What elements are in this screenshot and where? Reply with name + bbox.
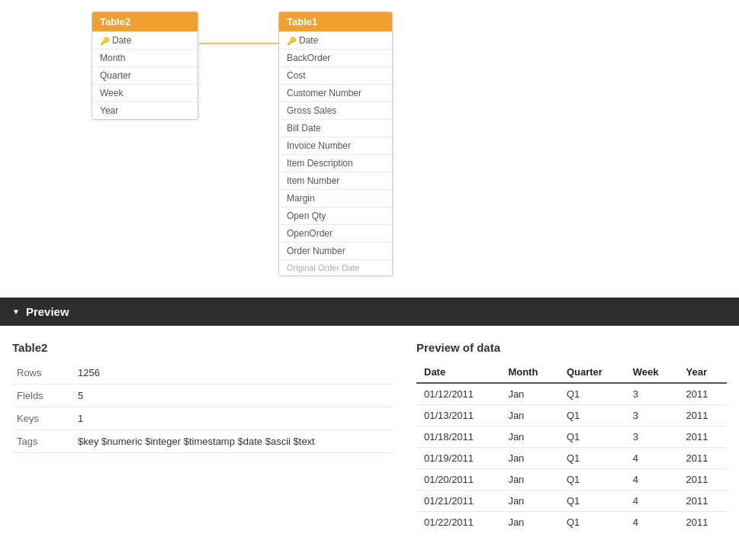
rows-label: Rows [12, 362, 73, 385]
meta-panel: Table2 Rows 1256 Fields 5 Keys 1 Tags $k… [12, 341, 394, 533]
table-cell: 01/12/2011 [416, 383, 500, 405]
data-preview-title: Preview of data [416, 341, 727, 354]
table-cell: Q1 [559, 383, 625, 405]
table-cell: 01/20/2011 [416, 469, 500, 491]
table1: Table1 🔑 Date BackOrder Cost Customer Nu… [278, 11, 393, 276]
data-table: Date Month Quarter Week Year 01/12/2011J… [416, 362, 727, 533]
table-cell: 3 [625, 405, 679, 426]
meta-table: Rows 1256 Fields 5 Keys 1 Tags $key $num… [12, 362, 394, 453]
table-cell: Jan [500, 512, 559, 533]
table1-row-item-number[interactable]: Item Number [279, 172, 392, 189]
table-cell: Jan [500, 491, 559, 512]
table1-row-invoice-number[interactable]: Invoice Number [279, 137, 392, 154]
table-cell: 4 [625, 512, 679, 533]
table-row: 01/20/2011JanQ142011 [416, 469, 727, 491]
triangle-icon: ▼ [12, 307, 20, 316]
preview-body: Table2 Rows 1256 Fields 5 Keys 1 Tags $k… [0, 326, 739, 548]
table-cell: 01/13/2011 [416, 405, 500, 426]
table1-header: Table1 [279, 12, 392, 31]
table-cell: 2011 [678, 448, 727, 469]
data-table-body: 01/12/2011JanQ13201101/13/2011JanQ132011… [416, 383, 727, 533]
table-cell: 2011 [678, 426, 727, 448]
meta-row-tags: Tags $key $numeric $integer $timestamp $… [12, 430, 394, 453]
table1-row-customer-number[interactable]: Customer Number [279, 84, 392, 101]
table-cell: 2011 [678, 512, 727, 533]
keys-label: Keys [12, 407, 73, 430]
table-cell: Q1 [559, 405, 625, 426]
table2-row-quarter[interactable]: Quarter [92, 66, 198, 84]
table1-row-margin[interactable]: Margin [279, 189, 392, 207]
table-cell: 3 [625, 426, 679, 448]
diagram-area: Table2 🔑 Date Month Quarter Week Year Ta… [0, 0, 739, 298]
table-cell: Jan [500, 383, 559, 405]
meta-row-fields: Fields 5 [12, 385, 394, 407]
table-cell: 2011 [678, 383, 727, 405]
rows-value: 1256 [73, 362, 394, 385]
table-cell: 01/18/2011 [416, 426, 500, 448]
table-cell: Q1 [559, 448, 625, 469]
table-cell: Q1 [559, 491, 625, 512]
table1-row-open-qty[interactable]: Open Qty [279, 207, 392, 224]
table-row: 01/21/2011JanQ142011 [416, 491, 727, 512]
table-cell: 2011 [678, 491, 727, 512]
table1-row-openorder[interactable]: OpenOrder [279, 224, 392, 242]
tags-label: Tags [12, 430, 73, 453]
tags-value: $key $numeric $integer $timestamp $date … [73, 430, 394, 453]
table-cell: Jan [500, 469, 559, 491]
table1-row-backorder[interactable]: BackOrder [279, 49, 392, 66]
table1-row-gross-sales[interactable]: Gross Sales [279, 101, 392, 119]
meta-row-keys: Keys 1 [12, 407, 394, 430]
table2-row-week[interactable]: Week [92, 84, 198, 101]
table-row: 01/18/2011JanQ132011 [416, 426, 727, 448]
meta-row-rows: Rows 1256 [12, 362, 394, 385]
table-row: 01/12/2011JanQ132011 [416, 383, 727, 405]
preview-label: Preview [26, 305, 69, 318]
table-cell: 01/21/2011 [416, 491, 500, 512]
meta-title: Table2 [12, 341, 394, 354]
table1-row-order-number[interactable]: Order Number [279, 242, 392, 259]
fields-value: 5 [73, 385, 394, 407]
table1-row-item-description[interactable]: Item Description [279, 154, 392, 172]
table1-row-bill-date[interactable]: Bill Date [279, 119, 392, 137]
preview-header: ▼ Preview [0, 298, 739, 326]
table-cell: Q1 [559, 426, 625, 448]
table-row: 01/13/2011JanQ132011 [416, 405, 727, 426]
col-date: Date [416, 362, 500, 383]
table-cell: Jan [500, 448, 559, 469]
table-cell: Q1 [559, 512, 625, 533]
table1-row-cost[interactable]: Cost [279, 66, 392, 84]
table-cell: 4 [625, 491, 679, 512]
table-row: 01/22/2011JanQ142011 [416, 512, 727, 533]
table-cell: Jan [500, 405, 559, 426]
table1-row-original-order-date[interactable]: Original Order Date [279, 259, 392, 275]
table2-row-date[interactable]: 🔑 Date [92, 31, 198, 49]
table1-row-date[interactable]: 🔑 Date [279, 31, 392, 49]
col-year: Year [678, 362, 727, 383]
key-icon: 🔑 [287, 37, 296, 45]
data-table-header-row: Date Month Quarter Week Year [416, 362, 727, 383]
fields-label: Fields [12, 385, 73, 407]
table2: Table2 🔑 Date Month Quarter Week Year [92, 11, 198, 120]
table-cell: 3 [625, 383, 679, 405]
table-cell: 2011 [678, 405, 727, 426]
table-cell: 4 [625, 469, 679, 491]
table-cell: 4 [625, 448, 679, 469]
data-preview: Preview of data Date Month Quarter Week … [416, 341, 727, 533]
col-week: Week [625, 362, 679, 383]
table2-header: Table2 [92, 12, 198, 31]
table-cell: 01/22/2011 [416, 512, 500, 533]
table-cell: Jan [500, 426, 559, 448]
table-cell: 2011 [678, 469, 727, 491]
table-cell: Q1 [559, 469, 625, 491]
col-month: Month [500, 362, 559, 383]
table2-row-month[interactable]: Month [92, 49, 198, 66]
keys-value: 1 [73, 407, 394, 430]
table-cell: 01/19/2011 [416, 448, 500, 469]
table-row: 01/19/2011JanQ142011 [416, 448, 727, 469]
table2-row-year[interactable]: Year [92, 101, 198, 119]
key-icon: 🔑 [100, 37, 109, 45]
col-quarter: Quarter [559, 362, 625, 383]
